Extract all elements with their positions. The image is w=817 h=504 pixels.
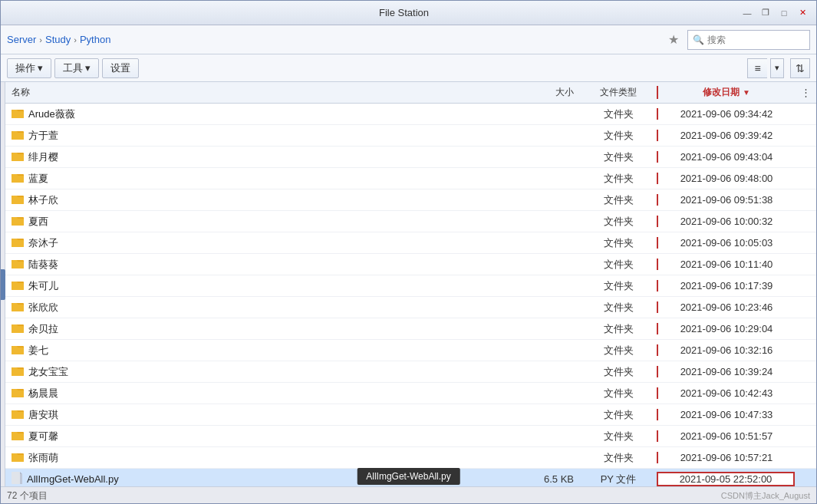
toolbar: 操作 ▾ 工具 ▾ 设置 ≡ ▾ ⇅ <box>1 54 816 82</box>
cell-name: Arude薇薇 <box>5 107 511 121</box>
column-header-size[interactable]: 大小 <box>511 86 580 99</box>
cell-name: 张欣欣 <box>5 301 511 315</box>
folder-icon <box>12 236 24 249</box>
cell-name: 朱可儿 <box>5 279 511 293</box>
breadcrumb-python[interactable]: Python <box>80 34 110 45</box>
cell-date: 2021-09-06 10:23:46 <box>657 301 795 313</box>
table-row[interactable]: 张雨萌文件夹2021-09-06 10:57:21 <box>5 447 816 469</box>
file-list-body[interactable]: Arude薇薇文件夹2021-09-06 09:34:42方于萱文件夹2021-… <box>5 104 816 486</box>
column-more-button[interactable]: ⋮ <box>795 87 816 98</box>
breadcrumb-server[interactable]: Server <box>7 34 36 45</box>
cell-date: 2021-09-05 22:52:00 <box>657 472 795 486</box>
address-bar: Server › Study › Python ★ 🔍 <box>1 25 816 54</box>
svg-rect-20 <box>12 240 24 247</box>
cell-type: 文件夹 <box>580 172 657 186</box>
cell-date: 2021-09-06 09:51:38 <box>657 194 795 206</box>
cell-type: 文件夹 <box>580 258 657 272</box>
restore-button[interactable]: ❐ <box>758 5 773 21</box>
cell-type: 文件夹 <box>580 451 657 465</box>
column-header-date[interactable]: 修改日期 ▼ <box>657 86 795 99</box>
file-name: 林子欣 <box>28 193 58 207</box>
table-row[interactable]: 余贝拉文件夹2021-09-06 10:29:04 <box>5 318 816 340</box>
folder-icon <box>12 107 24 120</box>
table-row[interactable]: 奈沐子文件夹2021-09-06 10:05:03 <box>5 232 816 254</box>
folder-icon <box>12 279 24 292</box>
cell-date: 2021-09-06 10:42:43 <box>657 387 795 399</box>
table-row[interactable]: 朱可儿文件夹2021-09-06 10:17:39 <box>5 275 816 297</box>
table-row[interactable]: 杨晨晨文件夹2021-09-06 10:42:43 <box>5 383 816 404</box>
window-title: File Station <box>68 7 740 18</box>
cell-name: 夏可馨 <box>5 430 511 443</box>
table-row[interactable]: AllImgGet-WebAll.py6.5 KBPY 文件2021-09-05… <box>5 469 816 486</box>
table-row[interactable]: 夏西文件夹2021-09-06 10:00:32 <box>5 211 816 232</box>
table-row[interactable]: 蓝夏文件夹2021-09-06 09:48:00 <box>5 168 816 189</box>
tools-dropdown-icon: ▾ <box>85 62 91 74</box>
svg-rect-5 <box>12 133 24 140</box>
table-row[interactable]: 姜七文件夹2021-09-06 10:32:16 <box>5 340 816 361</box>
sort-desc-icon: ▼ <box>743 88 750 97</box>
cell-date: 2021-09-06 09:43:04 <box>657 151 795 163</box>
cell-date: 2021-09-06 10:05:03 <box>657 237 795 249</box>
file-name: 夏西 <box>28 215 48 229</box>
file-name: 张欣欣 <box>28 301 58 315</box>
column-header-name[interactable]: 名称 <box>5 86 511 99</box>
cell-type: 文件夹 <box>580 408 657 422</box>
cell-date: 2021-09-06 10:17:39 <box>657 280 795 292</box>
svg-rect-53 <box>20 474 22 484</box>
svg-rect-38 <box>12 369 24 376</box>
cell-type: 文件夹 <box>580 193 657 207</box>
maximize-button[interactable]: □ <box>776 5 792 21</box>
cell-name: 蓝夏 <box>5 172 511 186</box>
svg-rect-2 <box>12 111 24 118</box>
search-input[interactable] <box>707 35 799 45</box>
cell-name: 陆葵葵 <box>5 258 511 272</box>
file-name: AllImgGet-WebAll.py <box>27 473 119 485</box>
minimize-button[interactable]: — <box>740 5 755 21</box>
svg-rect-50 <box>12 455 24 462</box>
table-row[interactable]: 龙女宝宝文件夹2021-09-06 10:39:24 <box>5 361 816 383</box>
table-row[interactable]: 张欣欣文件夹2021-09-06 10:23:46 <box>5 297 816 318</box>
file-list-header: 名称 大小 文件类型 修改日期 ▼ ⋮ <box>5 82 816 104</box>
file-name: 张雨萌 <box>28 451 58 465</box>
settings-button[interactable]: 设置 <box>102 58 139 78</box>
table-row[interactable]: 方于萱文件夹2021-09-06 09:39:42 <box>5 125 816 147</box>
close-button[interactable]: ✕ <box>795 5 810 21</box>
table-row[interactable]: 陆葵葵文件夹2021-09-06 10:11:40 <box>5 254 816 275</box>
cell-type: 文件夹 <box>580 387 657 400</box>
file-name: 唐安琪 <box>28 408 58 422</box>
cell-name: 奈沐子 <box>5 236 511 250</box>
tools-button[interactable]: 工具 ▾ <box>54 58 99 78</box>
watermark: CSDN博主Jack_August <box>721 490 810 502</box>
file-name: 余贝拉 <box>28 322 58 336</box>
breadcrumb: Server › Study › Python <box>7 34 660 45</box>
file-icon <box>12 472 22 486</box>
app-window: File Station — ❐ □ ✕ Server › Study › Py… <box>0 0 817 504</box>
main-area: 名称 大小 文件类型 修改日期 ▼ ⋮ Arude薇薇文件夹2021-09-06… <box>1 82 816 486</box>
cell-date: 2021-09-06 10:39:24 <box>657 366 795 377</box>
search-box[interactable]: 🔍 <box>687 30 810 50</box>
cell-name: 绯月樱 <box>5 150 511 164</box>
svg-rect-14 <box>12 197 24 204</box>
cell-type: PY 文件 <box>580 473 657 486</box>
table-row[interactable]: 唐安琪文件夹2021-09-06 10:47:33 <box>5 404 816 426</box>
breadcrumb-study[interactable]: Study <box>45 34 71 45</box>
table-row[interactable]: 夏可馨文件夹2021-09-06 10:51:57 <box>5 426 816 447</box>
cell-name: 林子欣 <box>5 193 511 207</box>
cell-type: 文件夹 <box>580 215 657 229</box>
folder-icon <box>12 344 24 357</box>
view-dropdown-button[interactable]: ▾ <box>770 58 784 78</box>
folder-icon <box>12 172 24 185</box>
sort-button[interactable]: ⇅ <box>790 58 810 78</box>
operate-button[interactable]: 操作 ▾ <box>7 58 51 78</box>
folder-icon <box>12 322 24 335</box>
table-row[interactable]: 绯月樱文件夹2021-09-06 09:43:04 <box>5 147 816 168</box>
table-row[interactable]: Arude薇薇文件夹2021-09-06 09:34:42 <box>5 104 816 125</box>
favorite-button[interactable]: ★ <box>664 31 683 49</box>
sidebar-toggle-button[interactable] <box>1 269 5 300</box>
table-row[interactable]: 林子欣文件夹2021-09-06 09:51:38 <box>5 189 816 211</box>
column-header-type[interactable]: 文件类型 <box>580 86 657 99</box>
cell-date: 2021-09-06 09:39:42 <box>657 130 795 141</box>
view-list-button[interactable]: ≡ <box>747 58 767 78</box>
left-sidebar-accent <box>1 82 5 486</box>
cell-date: 2021-09-06 10:00:32 <box>657 216 795 227</box>
